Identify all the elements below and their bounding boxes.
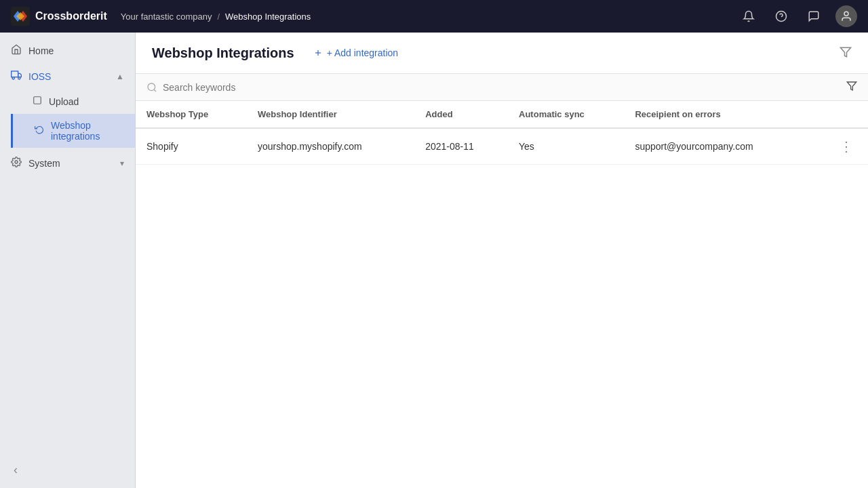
content-header: Webshop Integrations + Add integration	[136, 33, 868, 74]
search-filter-button[interactable]	[846, 81, 857, 94]
help-icon	[775, 10, 787, 22]
plus-icon	[313, 48, 323, 58]
app-logo[interactable]: Crossborderit	[11, 7, 107, 26]
sidebar-item-home[interactable]: Home	[0, 38, 135, 64]
home-icon	[11, 44, 22, 58]
breadcrumb: Your fantastic company / Webshop Integra…	[121, 12, 311, 22]
svg-point-16	[148, 83, 155, 91]
sidebar-item-ioss[interactable]: IOSS ▲	[0, 64, 135, 89]
svg-marker-15	[841, 47, 851, 57]
ioss-chevron-icon: ▲	[116, 72, 124, 81]
sidebar-item-upload[interactable]: Upload	[11, 89, 135, 114]
chat-button[interactable]	[803, 5, 825, 27]
sidebar-ioss-label: IOSS	[28, 71, 51, 82]
svg-rect-11	[34, 97, 41, 104]
ioss-icon	[11, 70, 22, 83]
add-integration-button[interactable]: + Add integration	[305, 43, 406, 62]
svg-point-10	[18, 77, 20, 79]
integrations-table: Webshop Type Webshop Identifier Added Au…	[136, 101, 868, 165]
sidebar-ioss-subnav: Upload Webshop integrations	[0, 89, 135, 148]
header-filter-button[interactable]	[840, 46, 852, 60]
search-filter-icon	[846, 81, 857, 92]
sidebar-webshop-label: Webshop integrations	[51, 120, 124, 142]
svg-marker-8	[18, 73, 22, 77]
breadcrumb-current: Webshop Integrations	[225, 12, 311, 22]
navbar-actions	[738, 5, 857, 27]
logo-icon	[11, 7, 30, 26]
page-title: Webshop Integrations	[152, 45, 294, 61]
svg-point-9	[12, 77, 14, 79]
svg-point-12	[15, 161, 18, 163]
breadcrumb-company: Your fantastic company	[121, 12, 212, 22]
col-recipient: Receipient on errors	[624, 101, 810, 128]
cell-actions: ⋮	[810, 128, 868, 165]
add-integration-label: + Add integration	[327, 47, 398, 58]
header-filter-container	[840, 46, 852, 60]
search-filter-container	[846, 81, 857, 94]
svg-rect-7	[12, 71, 18, 77]
sidebar-item-webshop-integrations[interactable]: Webshop integrations	[11, 114, 135, 148]
system-chevron-icon: ▾	[120, 159, 124, 168]
col-added: Added	[414, 101, 508, 128]
sidebar: Home IOSS ▲ Upload Webshop integrations	[0, 33, 136, 488]
sidebar-system-label: System	[28, 158, 60, 169]
chat-icon	[808, 10, 820, 22]
sidebar-item-system[interactable]: System ▾	[0, 150, 135, 176]
notifications-button[interactable]	[738, 5, 760, 27]
table-container: Webshop Type Webshop Identifier Added Au…	[136, 74, 868, 488]
collapse-icon: ‹	[14, 463, 18, 476]
col-actions	[810, 101, 868, 128]
top-navbar: Crossborderit Your fantastic company / W…	[0, 0, 868, 33]
cell-type: Shopify	[136, 128, 247, 165]
col-auto-sync: Automatic sync	[508, 101, 624, 128]
user-avatar[interactable]	[835, 5, 857, 27]
system-icon	[11, 157, 22, 170]
help-button[interactable]	[770, 5, 792, 27]
search-input[interactable]	[163, 82, 841, 93]
svg-marker-18	[847, 82, 856, 90]
sidebar-home-label: Home	[28, 45, 54, 56]
row-menu-button[interactable]: ⋮	[835, 137, 857, 156]
main-layout: Home IOSS ▲ Upload Webshop integrations	[0, 33, 868, 488]
col-webshop-identifier: Webshop Identifier	[247, 101, 414, 128]
col-webshop-type: Webshop Type	[136, 101, 247, 128]
upload-icon	[33, 96, 42, 108]
sidebar-collapse-button[interactable]: ‹	[11, 460, 20, 480]
content-area: Webshop Integrations + Add integration	[136, 33, 868, 488]
table-body: Shopify yourshop.myshopify.com 2021-08-1…	[136, 128, 868, 165]
cell-recipient: support@yourcompany.com	[624, 128, 810, 165]
notifications-icon	[743, 10, 755, 22]
cell-added: 2021-08-11	[414, 128, 508, 165]
webshop-integrations-icon	[35, 125, 44, 137]
search-icon	[146, 82, 157, 93]
table-row: Shopify yourshop.myshopify.com 2021-08-1…	[136, 128, 868, 165]
app-name: Crossborderit	[35, 10, 107, 22]
table-header: Webshop Type Webshop Identifier Added Au…	[136, 101, 868, 128]
cell-identifier: yourshop.myshopify.com	[247, 128, 414, 165]
search-bar	[136, 74, 868, 101]
header-filter-icon	[840, 46, 852, 58]
svg-line-17	[154, 89, 156, 92]
svg-point-6	[844, 12, 848, 16]
cell-auto-sync: Yes	[508, 128, 624, 165]
sidebar-upload-label: Upload	[49, 96, 79, 107]
avatar-icon	[840, 10, 852, 22]
breadcrumb-separator: /	[217, 12, 220, 22]
